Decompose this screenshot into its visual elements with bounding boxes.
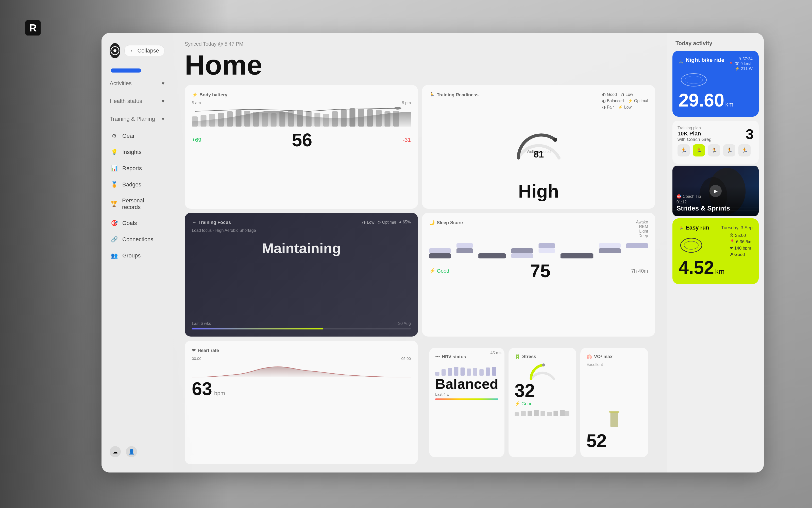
activity-unit: km: [725, 101, 733, 108]
easy-run-header: 🏃 Easy run Tuesday, 3 Sep: [679, 224, 753, 231]
training-focus-title: ↔ Training Focus: [192, 220, 231, 225]
easy-run-stats: ⏱ 35:00 📍 6.36 /km ❤ 140 bpm ↗ Good: [730, 233, 753, 257]
svg-rect-34: [478, 253, 506, 258]
svg-rect-53: [486, 368, 490, 376]
body-battery-delta-pos: +69: [192, 137, 201, 143]
sidebar-section-training-header[interactable]: Training & Planing ▾: [102, 112, 172, 126]
hr-time-start: 00:00: [192, 356, 201, 361]
svg-rect-22: [350, 108, 355, 127]
bike-icon: 🚲: [679, 59, 684, 64]
svg-rect-54: [492, 367, 496, 376]
sport-icon-5[interactable]: 🏃: [738, 144, 750, 157]
easy-run-date: Tuesday, 3 Sep: [721, 225, 753, 230]
body-battery-value: 56: [292, 130, 312, 151]
sidebar-item-insights[interactable]: 💡 Insights: [102, 144, 168, 160]
svg-rect-48: [454, 367, 458, 376]
user-icon-btn[interactable]: 👤: [126, 446, 137, 457]
hrv-title: 〜 HRV status: [435, 354, 498, 360]
reports-icon: 📊: [111, 165, 118, 172]
sport-icon-1[interactable]: 🏃: [678, 144, 690, 157]
activity-name: Night bike ride: [686, 57, 725, 64]
hrv-status-card: 〜 HRV status 45 ms: [422, 341, 655, 464]
activity-distance: 29.60 km: [679, 90, 753, 111]
body-battery-title: ⚡ Body battery: [192, 92, 411, 98]
sidebar-logo: [110, 43, 120, 58]
sync-status: Synced Today @ 5:47 PM: [185, 41, 243, 47]
sidebar-item-personal-records[interactable]: 🏆 Personal records: [102, 193, 168, 215]
svg-rect-27: [393, 111, 399, 127]
svg-rect-24: [367, 109, 373, 127]
sidebar-item-reports[interactable]: 📊 Reports: [102, 161, 168, 176]
badges-icon: 🏅: [111, 181, 118, 188]
svg-rect-15: [288, 111, 294, 127]
insights-icon: 💡: [111, 149, 118, 156]
svg-rect-35: [511, 248, 533, 253]
vo2max-card-inner: 🫁 VO² max Excellent 52: [580, 348, 648, 457]
svg-rect-58: [528, 411, 532, 416]
sport-icon-4[interactable]: 🏃: [723, 144, 735, 157]
sidebar-section-health-header[interactable]: Health status ▾: [102, 94, 172, 108]
heart-rate-chart: [192, 361, 411, 378]
run-icon: 🏃: [679, 225, 684, 230]
sidebar-item-groups[interactable]: 👥 Groups: [102, 248, 168, 263]
svg-rect-57: [521, 411, 526, 416]
easy-run-distance: 4.52 km: [679, 257, 753, 278]
sleep-score-value: 75: [530, 260, 551, 281]
sport-icon-3[interactable]: 🏃: [708, 144, 720, 157]
training-plan-card: Training plan 10K Plan with Coach Greg 3…: [673, 121, 759, 164]
vo2max-title: 🫁 VO² max: [586, 354, 642, 359]
training-focus-value: Maintaining: [192, 235, 411, 261]
app-logo: R: [26, 20, 41, 39]
svg-rect-7: [218, 113, 224, 127]
moon-icon: 🌙: [429, 220, 435, 225]
svg-point-3: [113, 49, 117, 52]
svg-rect-33: [456, 248, 473, 253]
focus-icon: ↔: [192, 220, 196, 225]
app-panel: ← Collapse Activities ▾ Health status ▾ …: [102, 33, 764, 472]
svg-rect-19: [323, 114, 329, 127]
easy-run-card: 🏃 Easy run Tuesday, 3 Sep ⏱ 35:00 📍 6.36…: [673, 218, 759, 284]
sidebar-item-gear[interactable]: ⚙ Gear: [102, 128, 168, 143]
svg-rect-63: [560, 410, 565, 416]
sidebar-header: ← Collapse: [102, 43, 172, 67]
svg-rect-66: [611, 412, 618, 427]
svg-rect-10: [244, 111, 250, 127]
easy-run-title: Easy run: [686, 224, 709, 231]
svg-rect-67: [609, 411, 619, 413]
activity-power: 211 W: [741, 67, 753, 71]
svg-rect-18: [314, 113, 320, 127]
svg-text:81: 81: [533, 149, 543, 160]
hrv-card-inner: 〜 HRV status 45 ms: [429, 348, 504, 457]
dashboard-grid: ⚡ Body battery 5 am 8 pm: [172, 85, 667, 472]
sport-icons-row: 🏃 🏃 🏃 🏃 🏃: [678, 142, 754, 159]
activity-time: 57:34: [742, 57, 753, 61]
body-battery-card: ⚡ Body battery 5 am 8 pm: [185, 85, 418, 209]
sidebar-item-connections[interactable]: 🔗 Connections: [102, 232, 168, 247]
collapse-button[interactable]: ← Collapse: [124, 45, 164, 56]
battery-icon: ⚡: [192, 92, 197, 98]
page-title: Home: [172, 51, 667, 85]
sport-icon-2[interactable]: 🏃: [693, 144, 705, 157]
cloud-icon-btn[interactable]: ☁: [110, 446, 121, 457]
heart-icon: ❤: [192, 348, 196, 353]
stress-chart: [515, 363, 570, 380]
time-label-start: 5 am: [192, 101, 201, 105]
svg-rect-16: [297, 110, 303, 127]
chevron-down-icon-health: ▾: [162, 98, 164, 104]
sidebar: ← Collapse Activities ▾ Health status ▾ …: [102, 33, 172, 472]
svg-text:R: R: [30, 22, 37, 34]
goals-icon: 🎯: [111, 220, 118, 227]
training-plan-name: 10K Plan: [678, 130, 712, 137]
sleep-title: 🌙 Sleep Score: [429, 220, 463, 225]
svg-rect-46: [442, 369, 446, 376]
hrv-value: Balanced: [435, 376, 498, 392]
today-activity-header: Today activity: [667, 33, 764, 51]
svg-rect-52: [479, 369, 484, 376]
stress-icon: 🔋: [515, 354, 520, 359]
sidebar-item-badges[interactable]: 🏅 Badges: [102, 177, 168, 192]
heart-rate-unit: bpm: [214, 390, 225, 397]
svg-rect-60: [540, 411, 545, 416]
sidebar-section-activities-header[interactable]: Activities ▾: [102, 77, 172, 90]
svg-rect-42: [511, 253, 533, 258]
sidebar-item-goals[interactable]: 🎯 Goals: [102, 216, 168, 231]
